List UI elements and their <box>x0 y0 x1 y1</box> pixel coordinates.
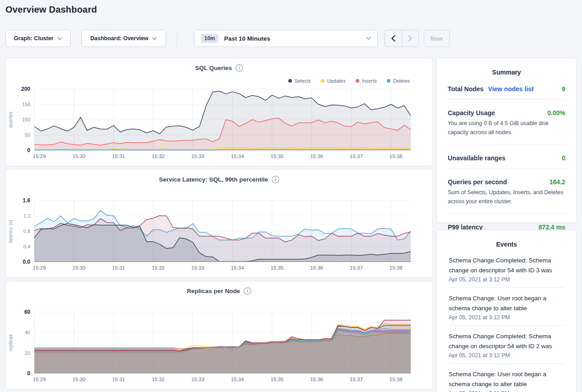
svg-text:15:37: 15:37 <box>350 154 363 159</box>
graph-dropdown-label: Graph: Cluster <box>14 35 54 42</box>
event-message: Schema Change: User root began a schema … <box>449 294 564 313</box>
chart-title-text: Service Latency: SQL, 99th percentile <box>159 176 268 183</box>
summary-label: Capacity Usage <box>448 109 495 117</box>
legend-dot-icon <box>356 79 359 83</box>
info-icon[interactable] <box>272 176 279 183</box>
svg-text:15:35: 15:35 <box>271 265 284 271</box>
legend-label: Deletes <box>393 78 410 84</box>
events-title: Events <box>437 230 576 248</box>
chevron-down-icon <box>366 37 371 40</box>
chart-title: Service Latency: SQL, 99th percentile <box>6 176 432 183</box>
svg-text:15:36: 15:36 <box>310 377 323 382</box>
summary-label: Unavailable ranges <box>448 154 506 162</box>
svg-text:15:30: 15:30 <box>72 154 85 159</box>
svg-text:15:30: 15:30 <box>72 265 85 271</box>
chevron-down-icon <box>152 37 157 40</box>
chevron-left-icon <box>391 35 395 42</box>
svg-text:15:38: 15:38 <box>390 154 403 159</box>
events-list: Schema Change Completed: Schema change o… <box>437 248 576 392</box>
svg-text:queries: queries <box>8 111 13 128</box>
svg-text:15:33: 15:33 <box>191 377 204 382</box>
svg-text:15:29: 15:29 <box>33 377 46 382</box>
svg-text:150: 150 <box>22 102 30 107</box>
replicas-per-node-panel: 15:2915:3015:3115:3215:3315:3415:3515:36… <box>5 281 433 389</box>
svg-text:1.2: 1.2 <box>23 213 30 219</box>
summary-row-total-nodes: Total Nodes View nodes list 9 <box>448 76 565 99</box>
svg-text:15:36: 15:36 <box>310 265 323 271</box>
info-icon[interactable] <box>235 64 243 72</box>
legend-dot-icon <box>321 79 324 83</box>
event-item: Schema Change: User root began a schema … <box>449 287 564 325</box>
svg-text:15:29: 15:29 <box>33 154 46 159</box>
svg-text:0: 0 <box>27 147 30 154</box>
legend-label: Inserts <box>362 78 377 84</box>
sql-queries-chart[interactable]: 15:2915:3015:3115:3215:3315:3415:3515:36… <box>6 58 432 166</box>
time-range-picker[interactable]: 10m Past 10 Minutes <box>194 30 378 47</box>
time-prev-button[interactable] <box>385 30 402 47</box>
svg-text:15:32: 15:32 <box>152 154 165 159</box>
svg-text:15:38: 15:38 <box>390 377 403 382</box>
time-nav-group <box>385 30 419 47</box>
svg-text:15:35: 15:35 <box>271 154 284 159</box>
legend-item: Updates <box>321 78 346 84</box>
legend-item: Selects <box>288 78 311 84</box>
view-nodes-list-link[interactable]: View nodes list <box>488 85 534 93</box>
svg-text:20: 20 <box>25 350 30 356</box>
svg-text:0.8: 0.8 <box>23 229 30 234</box>
svg-text:60: 60 <box>24 309 31 315</box>
legend-dot-icon <box>288 79 292 83</box>
overview-dashboard-page: Overview Dashboard Graph: Cluster Dashbo… <box>0 0 582 392</box>
event-item: Schema Change Completed: Schema change o… <box>449 325 564 363</box>
svg-text:15:34: 15:34 <box>231 265 244 271</box>
summary-value: 0.00% <box>547 109 565 117</box>
svg-text:15:31: 15:31 <box>112 154 125 159</box>
svg-text:15:32: 15:32 <box>152 377 165 382</box>
svg-text:15:32: 15:32 <box>152 265 165 271</box>
dashboard-dropdown[interactable]: Dashboard: Overview <box>81 30 166 47</box>
svg-text:15:33: 15:33 <box>191 154 204 159</box>
info-icon[interactable] <box>244 287 251 295</box>
svg-text:50: 50 <box>25 132 30 138</box>
svg-text:15:35: 15:35 <box>271 377 284 382</box>
event-timestamp: Apr 05, 2021 at 3:11 PM <box>449 390 564 392</box>
svg-text:200: 200 <box>21 86 30 92</box>
svg-text:15:36: 15:36 <box>310 154 323 159</box>
svg-text:15:38: 15:38 <box>390 265 403 271</box>
event-timestamp: Apr 05, 2021 at 3:12 PM <box>449 352 564 359</box>
legend-label: Selects <box>295 78 311 84</box>
event-timestamp: Apr 05, 2021 at 3:12 PM <box>449 314 564 321</box>
event-message: Schema Change Completed: Schema change o… <box>449 331 564 351</box>
now-button-label: Now <box>431 35 443 42</box>
graph-dropdown[interactable]: Graph: Cluster <box>5 30 70 47</box>
summary-value: 9 <box>562 85 565 93</box>
summary-label: Total Nodes <box>448 85 483 93</box>
time-range-badge: 10m <box>201 34 218 43</box>
svg-text:0.0: 0.0 <box>23 259 30 265</box>
chevron-right-icon <box>408 35 412 42</box>
svg-text:15:37: 15:37 <box>350 265 363 271</box>
svg-text:15:37: 15:37 <box>350 377 363 382</box>
legend-item: Deletes <box>387 78 410 84</box>
chart-title: Replicas per Node <box>6 287 432 295</box>
time-range-label: Past 10 Minutes <box>224 35 270 42</box>
legend-dot-icon <box>387 79 390 83</box>
summary-subtext: You are using 0 B of 4.5 GiB usable disk… <box>448 119 565 145</box>
summary-label: Queries per second <box>448 178 507 186</box>
svg-text:15:30: 15:30 <box>72 377 85 382</box>
svg-text:100: 100 <box>22 117 30 122</box>
event-message: Schema Change Completed: Schema change o… <box>449 256 564 275</box>
time-next-button[interactable] <box>402 30 419 47</box>
svg-text:latency (s): latency (s) <box>8 220 13 243</box>
replicas-per-node-chart[interactable]: 15:2915:3015:3115:3215:3315:3415:3515:36… <box>6 281 432 389</box>
now-button[interactable]: Now <box>424 30 450 47</box>
svg-text:15:34: 15:34 <box>231 377 244 382</box>
chart-legend: SelectsUpdatesInsertsDeletes <box>288 78 410 84</box>
service-latency-panel: 15:2915:3015:3115:3215:3315:3415:3515:36… <box>5 169 433 278</box>
event-message: Schema Change: User root began a schema … <box>449 369 564 389</box>
svg-text:15:31: 15:31 <box>112 377 125 382</box>
legend-label: Updates <box>327 78 346 84</box>
event-item: Schema Change: User root began a schema … <box>449 363 564 392</box>
service-latency-chart[interactable]: 15:2915:3015:3115:3215:3315:3415:3515:36… <box>6 170 432 277</box>
summary-subtext: Sum of Selects, Updates, Inserts, and De… <box>448 188 565 214</box>
dashboard-dropdown-label: Dashboard: Overview <box>90 35 149 42</box>
